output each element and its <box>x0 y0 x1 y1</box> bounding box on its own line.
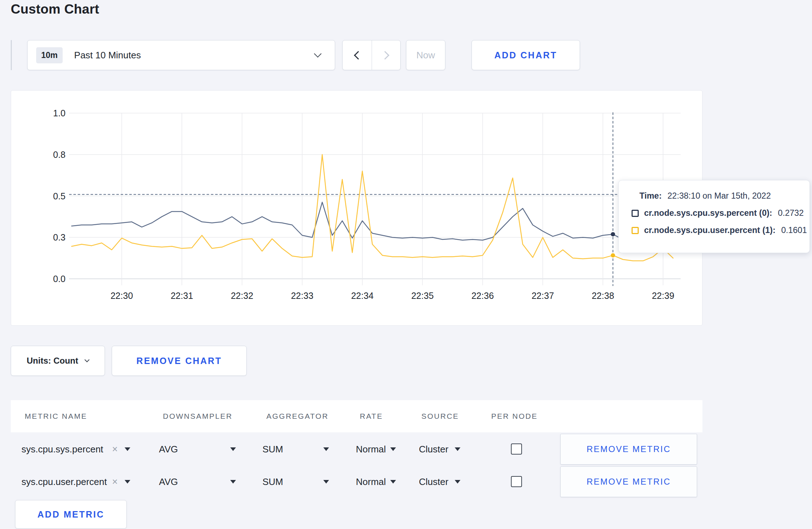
remove-metric-button[interactable]: REMOVE METRIC <box>560 434 697 465</box>
tooltip-time: Time:22:38:10 on Mar 15th, 2022 <box>639 191 809 201</box>
aggregator-select[interactable]: SUM <box>262 433 283 465</box>
svg-text:22:36: 22:36 <box>472 291 494 301</box>
time-window-nav <box>342 40 401 70</box>
svg-text:22:37: 22:37 <box>532 291 554 301</box>
rate-select[interactable]: Normal <box>356 433 386 465</box>
metric-name-select[interactable]: sys.cpu.sys.percent <box>21 433 103 465</box>
tooltip-series-value: 0.2732 <box>778 208 804 218</box>
chevron-down-icon <box>84 357 90 362</box>
series-swatch-icon <box>632 210 639 217</box>
caret-down-icon[interactable] <box>323 480 329 484</box>
prev-window-button[interactable] <box>343 40 372 70</box>
source-select[interactable]: Cluster <box>419 466 448 498</box>
svg-text:22:39: 22:39 <box>652 291 675 301</box>
svg-text:0.3: 0.3 <box>53 232 66 242</box>
metric-name-select[interactable]: sys.cpu.user.percent <box>21 466 107 498</box>
now-button[interactable]: Now <box>406 40 445 70</box>
next-window-button[interactable] <box>372 40 401 70</box>
add-chart-button[interactable]: ADD CHART <box>472 40 580 70</box>
caret-down-icon[interactable] <box>125 480 130 484</box>
tooltip-time-label: Time: <box>639 191 662 200</box>
per-node-checkbox[interactable] <box>511 476 522 487</box>
svg-text:22:34: 22:34 <box>351 291 374 301</box>
aggregator-select[interactable]: SUM <box>262 466 283 498</box>
svg-text:22:32: 22:32 <box>231 291 253 301</box>
svg-text:0.8: 0.8 <box>53 150 66 160</box>
time-range-dropdown[interactable]: 10m Past 10 Minutes <box>27 40 335 70</box>
series-swatch-icon <box>632 227 639 234</box>
chart-tooltip: Time:22:38:10 on Mar 15th, 2022 cr.node.… <box>618 180 810 253</box>
clear-metric-icon[interactable]: × <box>112 433 118 465</box>
series-line-1 <box>72 155 673 261</box>
svg-text:22:35: 22:35 <box>411 291 434 301</box>
caret-down-icon[interactable] <box>390 447 396 451</box>
chevron-left-icon <box>354 51 362 59</box>
tooltip-series-label: cr.node.sys.cpu.sys.percent (0): <box>644 208 772 218</box>
header-rate: RATE <box>360 400 383 432</box>
time-range-label: Past 10 Minutes <box>74 50 141 61</box>
svg-text:22:38: 22:38 <box>592 291 614 301</box>
downsampler-select[interactable]: AVG <box>159 466 178 498</box>
tooltip-time-value: 22:38:10 on Mar 15th, 2022 <box>667 191 771 200</box>
series-line-0 <box>72 202 673 240</box>
svg-text:22:31: 22:31 <box>171 291 193 301</box>
caret-down-icon[interactable] <box>125 447 130 451</box>
tooltip-series-row: cr.node.sys.cpu.sys.percent (0): 0.2732 <box>632 208 809 218</box>
units-dropdown[interactable]: Units: Count <box>11 346 105 376</box>
chevron-down-icon <box>314 50 322 57</box>
source-select[interactable]: Cluster <box>419 433 448 465</box>
remove-metric-button[interactable]: REMOVE METRIC <box>560 466 697 497</box>
rate-select[interactable]: Normal <box>356 466 386 498</box>
hover-dot-0 <box>611 232 615 237</box>
tooltip-series-label: cr.node.sys.cpu.user.percent (1): <box>644 225 775 235</box>
tooltip-series-row: cr.node.sys.cpu.user.percent (1): 0.1601 <box>632 225 809 235</box>
header-per-node: PER NODE <box>491 400 538 432</box>
svg-text:22:30: 22:30 <box>111 291 133 301</box>
chart-card: 0.00.30.50.81.022:3022:3122:3222:3322:34… <box>11 90 702 326</box>
remove-chart-button[interactable]: REMOVE CHART <box>112 346 247 376</box>
svg-text:0.5: 0.5 <box>53 191 66 201</box>
units-label: Units: Count <box>27 356 78 366</box>
caret-down-icon[interactable] <box>323 447 329 451</box>
downsampler-select[interactable]: AVG <box>159 433 178 465</box>
header-metric-name: METRIC NAME <box>25 400 87 432</box>
header-source: SOURCE <box>421 400 459 432</box>
chevron-right-icon <box>381 51 389 59</box>
time-range-badge: 10m <box>36 47 63 63</box>
add-metric-button[interactable]: ADD METRIC <box>15 500 127 529</box>
tooltip-series-value: 0.1601 <box>781 225 807 235</box>
toolbar-divider <box>11 40 12 70</box>
svg-text:22:33: 22:33 <box>291 291 314 301</box>
caret-down-icon[interactable] <box>455 480 460 484</box>
page-title: Custom Chart <box>11 2 99 17</box>
caret-down-icon[interactable] <box>390 480 396 484</box>
caret-down-icon[interactable] <box>230 480 236 484</box>
svg-text:0.0: 0.0 <box>53 274 66 284</box>
header-aggregator: AGGREGATOR <box>266 400 329 432</box>
chart-canvas[interactable]: 0.00.30.50.81.022:3022:3122:3222:3322:34… <box>11 91 703 326</box>
hover-dot-1 <box>611 253 615 257</box>
svg-text:1.0: 1.0 <box>53 108 66 118</box>
metrics-table-header: METRIC NAME DOWNSAMPLER AGGREGATOR RATE … <box>11 400 702 432</box>
per-node-checkbox[interactable] <box>511 443 522 455</box>
clear-metric-icon[interactable]: × <box>112 466 118 498</box>
header-downsampler: DOWNSAMPLER <box>163 400 232 432</box>
caret-down-icon[interactable] <box>455 447 460 451</box>
caret-down-icon[interactable] <box>230 447 236 451</box>
